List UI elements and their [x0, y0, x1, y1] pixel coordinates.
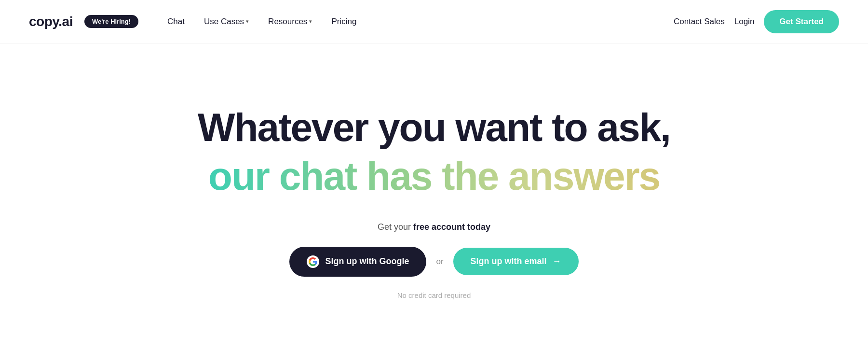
navbar-left: copy.ai We're Hiring! Chat Use Cases ▾ R… — [29, 13, 364, 30]
navbar: copy.ai We're Hiring! Chat Use Cases ▾ R… — [0, 0, 868, 43]
google-icon — [307, 255, 319, 268]
contact-sales-link[interactable]: Contact Sales — [674, 17, 725, 27]
hero-subtitle-bold: free account today — [413, 222, 490, 232]
email-signup-label: Sign up with email — [471, 256, 547, 267]
navbar-nav: Chat Use Cases ▾ Resources ▾ Pricing — [160, 13, 364, 30]
navbar-right: Contact Sales Login Get Started — [674, 10, 839, 33]
nav-item-resources[interactable]: Resources ▾ — [260, 13, 320, 30]
nav-resources-label: Resources — [268, 17, 307, 27]
google-signup-label: Sign up with Google — [325, 256, 409, 267]
or-divider: or — [436, 257, 443, 267]
google-logo-icon — [309, 257, 317, 266]
cta-row: Sign up with Google or Sign up with emai… — [289, 247, 578, 277]
arrow-right-icon: → — [553, 256, 561, 267]
hero-subtitle: Get your free account today — [378, 222, 490, 232]
hero-subtitle-text: Get your — [378, 222, 413, 232]
no-credit-card-text: No credit card required — [397, 291, 471, 299]
nav-item-pricing[interactable]: Pricing — [324, 13, 364, 30]
hiring-badge[interactable]: We're Hiring! — [84, 15, 138, 28]
login-link[interactable]: Login — [734, 17, 755, 27]
nav-pricing-label: Pricing — [331, 17, 356, 27]
nav-item-chat[interactable]: Chat — [160, 13, 192, 30]
hero-section: Whatever you want to ask, our chat has t… — [0, 43, 868, 352]
chevron-down-icon: ▾ — [309, 18, 312, 25]
nav-chat-label: Chat — [167, 17, 185, 27]
nav-item-usecases[interactable]: Use Cases ▾ — [196, 13, 257, 30]
hero-title-line1: Whatever you want to ask, — [198, 106, 670, 149]
get-started-button[interactable]: Get Started — [764, 10, 839, 33]
hero-title-line2: our chat has the answers — [208, 155, 660, 198]
chevron-down-icon: ▾ — [246, 18, 249, 25]
email-signup-button[interactable]: Sign up with email → — [453, 248, 579, 275]
google-signup-button[interactable]: Sign up with Google — [289, 247, 426, 277]
nav-usecases-label: Use Cases — [204, 17, 244, 27]
logo[interactable]: copy.ai — [29, 14, 73, 29]
